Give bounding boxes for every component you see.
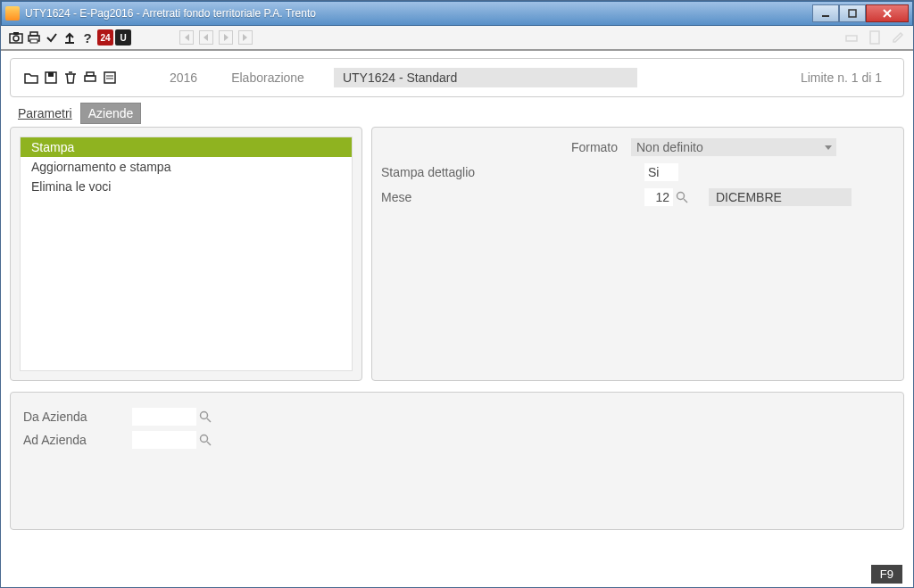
tab-parametri[interactable]: Parametri xyxy=(10,103,80,124)
nav-last-icon[interactable] xyxy=(238,30,253,45)
nav-next-icon[interactable] xyxy=(219,30,233,45)
camera-icon[interactable] xyxy=(8,29,24,46)
badge-u-icon[interactable]: U xyxy=(115,29,131,46)
svg-rect-8 xyxy=(30,32,37,36)
magnifier-icon[interactable] xyxy=(198,433,212,447)
tabs: Parametri Aziende xyxy=(10,103,904,124)
minimize-button[interactable] xyxy=(812,4,839,22)
window-titlebar: UTY1624 - E-Pag2016 - Arretrati fondo te… xyxy=(1,1,913,26)
year-label: 2016 xyxy=(170,70,197,85)
stampa-dettaglio-input[interactable] xyxy=(644,163,678,181)
svg-rect-11 xyxy=(846,36,857,41)
svg-point-5 xyxy=(13,36,19,41)
tab-aziende[interactable]: Aziende xyxy=(80,103,142,124)
list-item[interactable]: Elimina le voci xyxy=(21,177,352,196)
actions-panel: Stampa Aggiornamento e stampa Elimina le… xyxy=(10,127,362,381)
svg-line-23 xyxy=(207,418,211,422)
limit-text: Limite n. 1 di 1 xyxy=(801,70,882,85)
header-panel: 2016 Elaborazione UTY1624 - Standard Lim… xyxy=(10,58,904,97)
svg-rect-1 xyxy=(849,10,856,17)
actions-listbox[interactable]: Stampa Aggiornamento e stampa Elimina le… xyxy=(20,137,353,371)
nav-controls xyxy=(179,30,253,45)
maximize-button[interactable] xyxy=(839,4,866,22)
nav-prev-icon[interactable] xyxy=(199,30,213,45)
nav-first-icon[interactable] xyxy=(179,30,194,45)
magnifier-icon[interactable] xyxy=(198,410,212,424)
formato-label: Formato xyxy=(381,140,631,154)
list-item[interactable]: Aggiornamento e stampa xyxy=(21,157,352,177)
folder-icon[interactable] xyxy=(23,70,39,86)
upload-icon[interactable] xyxy=(62,29,78,46)
mese-name-display: DICEMBRE xyxy=(709,188,852,206)
mese-label: Mese xyxy=(381,190,613,204)
print-icon-2[interactable] xyxy=(82,70,98,86)
ad-azienda-input[interactable] xyxy=(132,431,196,449)
check-icon[interactable] xyxy=(44,29,60,46)
svg-line-21 xyxy=(684,199,687,203)
edit-icon[interactable] xyxy=(890,29,906,46)
shortcut-key-badge: F9 xyxy=(871,565,902,584)
svg-point-20 xyxy=(677,193,685,200)
export-icon[interactable] xyxy=(843,29,860,46)
ad-azienda-label: Ad Azienda xyxy=(23,433,132,447)
svg-rect-15 xyxy=(85,76,96,81)
elaborazione-label: Elaborazione xyxy=(231,70,304,85)
mese-input[interactable] xyxy=(644,188,673,206)
app-icon xyxy=(5,6,20,21)
svg-rect-14 xyxy=(48,72,54,77)
badge-24-icon[interactable]: 24 xyxy=(97,29,113,46)
save-icon[interactable] xyxy=(43,70,59,86)
svg-rect-6 xyxy=(13,32,19,35)
print-icon[interactable] xyxy=(26,29,42,46)
svg-rect-12 xyxy=(870,31,879,44)
da-azienda-input[interactable] xyxy=(132,408,196,426)
form-panel: Formato Non definito Stampa dettaglio Me… xyxy=(371,127,904,381)
magnifier-icon[interactable] xyxy=(675,190,689,204)
svg-point-22 xyxy=(201,412,208,419)
formato-select[interactable]: Non definito xyxy=(631,138,836,156)
elaborazione-dropdown[interactable]: UTY1624 - Standard xyxy=(334,68,637,87)
help-icon[interactable]: ? xyxy=(79,29,96,46)
list-icon[interactable] xyxy=(102,70,118,86)
svg-line-25 xyxy=(207,442,211,445)
azienda-filter-panel: Da Azienda Ad Azienda xyxy=(10,392,904,530)
document-icon[interactable] xyxy=(867,29,883,46)
svg-point-24 xyxy=(201,435,208,443)
svg-rect-9 xyxy=(30,39,37,43)
stampa-dettaglio-label: Stampa dettaglio xyxy=(381,165,613,179)
statusbar: F9 xyxy=(871,566,902,582)
da-azienda-label: Da Azienda xyxy=(23,410,132,424)
window-title: UTY1624 - E-Pag2016 - Arretrati fondo te… xyxy=(25,7,812,20)
main-toolbar: ? 24 U xyxy=(1,26,913,51)
trash-icon[interactable] xyxy=(62,70,79,86)
svg-rect-16 xyxy=(87,72,94,76)
list-item[interactable]: Stampa xyxy=(21,137,352,157)
svg-rect-17 xyxy=(104,72,115,83)
close-button[interactable] xyxy=(866,4,909,22)
